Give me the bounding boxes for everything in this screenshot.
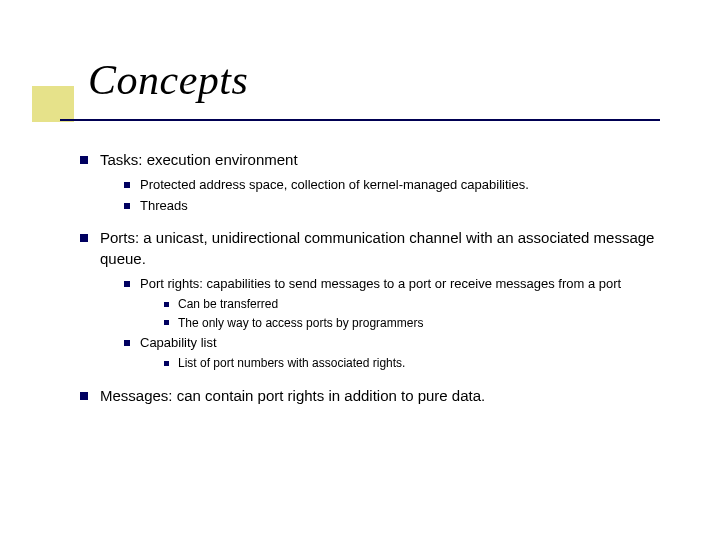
list-item: Can be transferred <box>162 296 680 312</box>
bullet-list: Port rights: capabilities to send messag… <box>122 275 680 372</box>
list-item: Messages: can contain port rights in add… <box>80 386 680 406</box>
slide: Concepts Tasks: execution environment Pr… <box>0 0 720 540</box>
bullet-list: List of port numbers with associated rig… <box>162 355 680 371</box>
list-item: The only way to access ports by programm… <box>162 315 680 331</box>
bullet-list: Tasks: execution environment Protected a… <box>80 150 680 406</box>
title-underline <box>60 119 660 121</box>
list-item: Threads <box>122 197 680 215</box>
list-text: Protected address space, collection of k… <box>140 177 529 192</box>
list-text: The only way to access ports by programm… <box>178 316 423 330</box>
title-accent-block <box>32 86 74 122</box>
bullet-list: Can be transferred The only way to acces… <box>162 296 680 330</box>
list-text: Threads <box>140 198 188 213</box>
list-text: Ports: a unicast, unidirectional communi… <box>100 229 654 266</box>
list-item: Ports: a unicast, unidirectional communi… <box>80 228 680 371</box>
list-text: List of port numbers with associated rig… <box>178 356 405 370</box>
slide-title: Concepts <box>88 56 248 104</box>
list-item: Protected address space, collection of k… <box>122 176 680 194</box>
list-item: Port rights: capabilities to send messag… <box>122 275 680 331</box>
list-text: Can be transferred <box>178 297 278 311</box>
list-item: List of port numbers with associated rig… <box>162 355 680 371</box>
list-text: Port rights: capabilities to send messag… <box>140 276 621 291</box>
list-text: Tasks: execution environment <box>100 151 298 168</box>
list-text: Messages: can contain port rights in add… <box>100 387 485 404</box>
list-item: Capability list List of port numbers wit… <box>122 334 680 372</box>
bullet-list: Protected address space, collection of k… <box>122 176 680 214</box>
slide-body: Tasks: execution environment Protected a… <box>80 150 680 420</box>
list-item: Tasks: execution environment Protected a… <box>80 150 680 214</box>
list-text: Capability list <box>140 335 217 350</box>
